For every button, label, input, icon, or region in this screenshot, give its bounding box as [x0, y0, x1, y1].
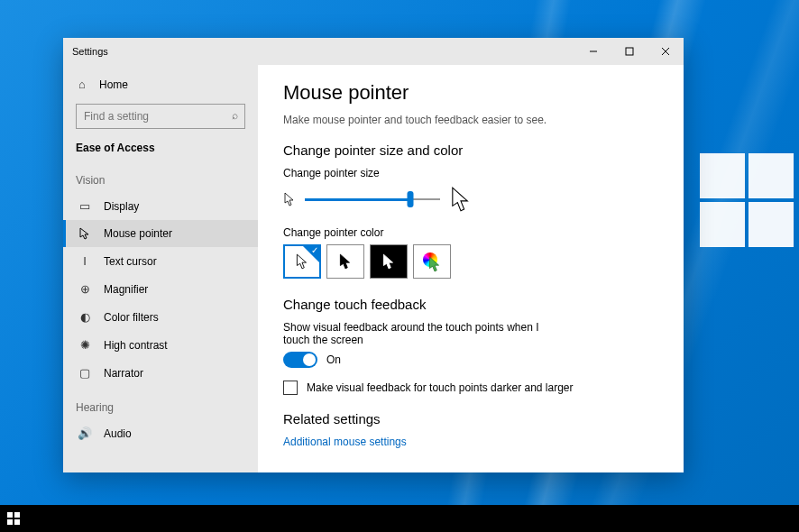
- darker-larger-checkbox[interactable]: [283, 381, 298, 395]
- taskbar[interactable]: [0, 505, 799, 532]
- sidebar-item-label: Mouse pointer: [104, 227, 172, 240]
- search-icon: ⌕: [232, 109, 238, 122]
- content-pane: Mouse pointer Make mouse pointer and tou…: [258, 65, 684, 472]
- search-input[interactable]: [76, 104, 245, 129]
- home-label: Home: [99, 78, 128, 91]
- sidebar-item-display[interactable]: ▭ Display: [63, 192, 258, 220]
- section-related: Related settings: [283, 411, 658, 427]
- page-title: Mouse pointer: [283, 81, 658, 105]
- cursor-small-icon: [283, 191, 296, 207]
- checkbox-label: Make visual feedback for touch points da…: [307, 381, 574, 394]
- additional-mouse-settings-link[interactable]: Additional mouse settings: [283, 436, 658, 448]
- windows-start-icon: [7, 512, 20, 525]
- sidebar-item-label: Magnifier: [104, 283, 148, 296]
- sidebar: ⌂ Home ⌕ Ease of Access Vision ▭ Display…: [63, 65, 258, 472]
- section-size-color: Change pointer size and color: [283, 142, 658, 158]
- pointer-color-inverted[interactable]: [370, 244, 408, 279]
- close-button[interactable]: [647, 38, 684, 65]
- text-cursor-icon: I: [78, 254, 91, 268]
- section-touch-feedback: Change touch feedback: [283, 297, 658, 312]
- group-hearing: Hearing: [63, 387, 258, 419]
- start-button[interactable]: [0, 505, 27, 532]
- page-subtitle: Make mouse pointer and touch feedback ea…: [283, 114, 658, 126]
- touch-feedback-toggle[interactable]: [283, 352, 317, 368]
- cursor-icon: [78, 227, 91, 240]
- sidebar-item-mouse-pointer[interactable]: Mouse pointer: [63, 220, 258, 247]
- sidebar-item-audio[interactable]: 🔊 Audio: [63, 419, 258, 447]
- touch-toggle-label: Show visual feedback around the touch po…: [283, 321, 563, 346]
- sidebar-item-narrator[interactable]: ▢ Narrator: [63, 359, 258, 387]
- maximize-button[interactable]: [611, 38, 647, 65]
- sidebar-item-label: Color filters: [104, 311, 159, 324]
- sidebar-item-label: Audio: [104, 427, 132, 440]
- home-icon: ⌂: [76, 78, 88, 91]
- window-title: Settings: [72, 46, 108, 57]
- windows-logo: [700, 153, 799, 252]
- pointer-size-slider[interactable]: [305, 190, 440, 208]
- pointer-color-custom[interactable]: [413, 244, 451, 279]
- label-pointer-size: Change pointer size: [283, 167, 658, 179]
- category-label: Ease of Access: [63, 136, 258, 160]
- titlebar: Settings: [63, 38, 684, 65]
- sidebar-item-label: Narrator: [104, 367, 143, 380]
- label-pointer-color: Change pointer color: [283, 226, 658, 239]
- settings-window: Settings ⌂ Home ⌕ Ease of Access Vi: [63, 38, 684, 472]
- magnifier-icon: ⊕: [78, 282, 91, 296]
- pointer-color-white[interactable]: [283, 244, 321, 279]
- audio-icon: 🔊: [78, 427, 91, 440]
- display-icon: ▭: [78, 199, 91, 213]
- sidebar-item-high-contrast[interactable]: ✺ High contrast: [63, 331, 258, 359]
- sidebar-item-color-filters[interactable]: ◐ Color filters: [63, 303, 258, 331]
- sidebar-item-text-cursor[interactable]: I Text cursor: [63, 247, 258, 275]
- sidebar-item-label: Display: [104, 200, 139, 213]
- minimize-button[interactable]: [575, 38, 611, 65]
- sidebar-item-label: High contrast: [104, 339, 168, 352]
- sidebar-item-label: Text cursor: [104, 255, 157, 268]
- pointer-color-black[interactable]: [326, 244, 364, 279]
- high-contrast-icon: ✺: [78, 338, 91, 352]
- sidebar-item-magnifier[interactable]: ⊕ Magnifier: [63, 275, 258, 303]
- home-nav[interactable]: ⌂ Home: [63, 72, 258, 96]
- toggle-state: On: [326, 353, 341, 366]
- narrator-icon: ▢: [78, 366, 91, 380]
- cursor-large-icon: [449, 185, 473, 214]
- color-filters-icon: ◐: [78, 310, 91, 324]
- group-vision: Vision: [63, 160, 258, 192]
- slider-thumb[interactable]: [408, 191, 414, 207]
- svg-rect-1: [626, 48, 633, 55]
